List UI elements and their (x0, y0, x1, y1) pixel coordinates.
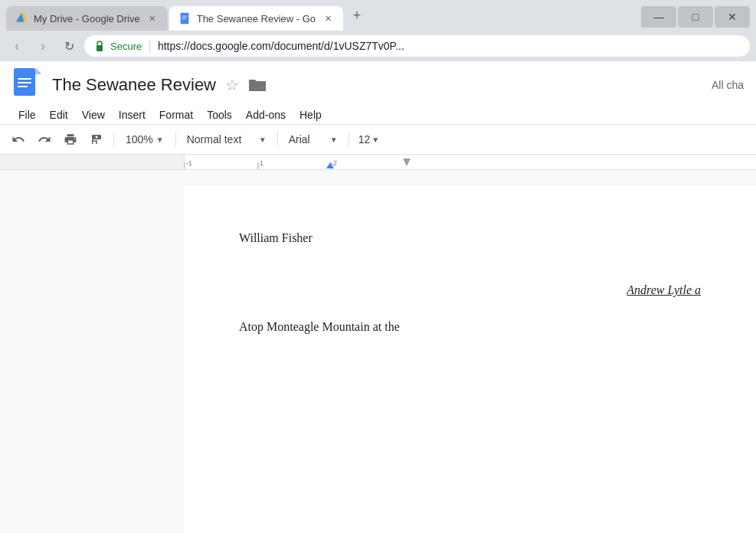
new-tab-button[interactable]: + (346, 5, 368, 26)
svg-rect-17 (18, 86, 28, 87)
svg-marker-25 (403, 159, 411, 166)
doc-page[interactable]: William Fisher Andrew Lytle a Atop Monte… (184, 185, 756, 533)
browser-chrome: My Drive - Google Drive ✕ The Sewanee Re… (0, 0, 756, 61)
style-value: Normal text (187, 133, 242, 146)
tab-drive[interactable]: My Drive - Google Drive ✕ (6, 6, 168, 31)
address-divider: | (148, 38, 152, 54)
toolbar-divider-4 (349, 132, 349, 147)
font-value: Arial (289, 133, 310, 146)
svg-text:2: 2 (333, 159, 337, 167)
toolbar-divider-1 (113, 132, 114, 147)
redo-button[interactable] (32, 127, 57, 152)
window-close-button[interactable]: ✕ (715, 6, 750, 28)
forward-button[interactable]: › (32, 35, 54, 57)
menu-addons[interactable]: Add-ons (240, 106, 292, 124)
back-button[interactable]: ‹ (6, 35, 28, 57)
address-input[interactable]: Secure | https://docs.google.com/documen… (84, 35, 750, 57)
svg-rect-16 (18, 82, 31, 83)
window-maximize-button[interactable]: □ (678, 6, 713, 28)
svg-text:-1: -1 (186, 159, 192, 167)
menu-format[interactable]: Format (153, 106, 199, 124)
docs-title-row: The Sewanee Review ☆ All cha (12, 67, 744, 103)
doc-sidebar (0, 170, 184, 533)
docs-icon (178, 12, 191, 25)
url-display: https://docs.google.com/document/d/1vUSZ… (158, 40, 404, 52)
font-size-value: 12 (358, 133, 371, 146)
doc-body: Atop Monteagle Mountain at the (239, 320, 701, 334)
menu-view[interactable]: View (76, 106, 111, 124)
svg-rect-8 (182, 16, 187, 17)
paint-format-button[interactable] (84, 127, 109, 152)
ruler-gray-left (0, 155, 184, 169)
font-size-arrow-icon: ▼ (371, 136, 379, 144)
star-button[interactable]: ☆ (225, 76, 239, 94)
svg-marker-14 (35, 68, 41, 74)
doc-title-text: Andrew Lytle a (239, 283, 701, 297)
toolbar: 100% ▼ Normal text ▼ Arial ▼ 12 ▼ (0, 124, 756, 155)
paint-format-icon (90, 132, 103, 146)
print-button[interactable] (58, 127, 83, 152)
window-minimize-button[interactable]: — (641, 6, 676, 28)
page-container: William Fisher Andrew Lytle a Atop Monte… (184, 170, 756, 533)
toolbar-divider-2 (175, 132, 176, 147)
font-dropdown[interactable]: Arial ▼ (283, 129, 344, 150)
secure-label: Secure (110, 41, 142, 52)
tab-bar: My Drive - Google Drive ✕ The Sewanee Re… (0, 0, 756, 31)
all-changes-link[interactable]: All cha (712, 79, 744, 91)
style-dropdown[interactable]: Normal text ▼ (181, 129, 273, 150)
tab-drive-title: My Drive - Google Drive (34, 13, 140, 25)
ruler-white: -1 1 2 (184, 155, 756, 169)
svg-text:1: 1 (260, 159, 263, 167)
svg-rect-10 (182, 19, 185, 20)
menu-file[interactable]: File (12, 106, 42, 124)
ruler: -1 1 2 (0, 155, 756, 170)
menu-bar: File Edit View Insert Format Tools Add-o… (12, 104, 744, 124)
font-size-dropdown[interactable]: 12 ▼ (354, 129, 384, 150)
svg-rect-9 (182, 18, 187, 18)
svg-rect-11 (97, 45, 103, 51)
menu-insert[interactable]: Insert (113, 106, 152, 124)
tab-docs-close[interactable]: ✕ (322, 12, 334, 25)
redo-icon (38, 132, 51, 146)
tab-docs-title: The Sewanee Review - Go (197, 13, 316, 25)
menu-help[interactable]: Help (293, 106, 328, 124)
svg-rect-15 (18, 78, 31, 80)
docs-app: The Sewanee Review ☆ All cha File Edit V… (0, 61, 756, 170)
svg-rect-7 (180, 13, 188, 25)
tab-drive-close[interactable]: ✕ (146, 12, 159, 25)
print-icon (64, 132, 77, 146)
font-arrow-icon: ▼ (330, 136, 338, 144)
tab-docs[interactable]: The Sewanee Review - Go ✕ (169, 6, 343, 31)
drive-icon (15, 12, 28, 25)
zoom-dropdown[interactable]: 100% ▼ (119, 129, 171, 150)
folder-icon[interactable] (248, 77, 267, 93)
undo-button[interactable] (6, 127, 31, 152)
menu-tools[interactable]: Tools (201, 106, 238, 124)
toolbar-divider-3 (277, 132, 278, 147)
document-area: William Fisher Andrew Lytle a Atop Monte… (0, 170, 756, 533)
style-arrow-icon: ▼ (259, 136, 267, 144)
undo-icon (11, 132, 25, 146)
reload-button[interactable]: ↻ (58, 35, 80, 57)
author-name: William Fisher (239, 231, 701, 245)
window-controls: — □ ✕ (641, 6, 756, 31)
zoom-arrow-icon: ▼ (156, 136, 164, 144)
docs-app-icon (12, 67, 43, 103)
lock-icon (95, 41, 104, 51)
zoom-value: 100% (126, 133, 153, 146)
docs-header: The Sewanee Review ☆ All cha File Edit V… (0, 61, 756, 124)
address-bar: ‹ › ↻ Secure | https://docs.google.com/d… (0, 31, 756, 61)
document-title[interactable]: The Sewanee Review (52, 75, 216, 95)
menu-edit[interactable]: Edit (44, 106, 74, 124)
